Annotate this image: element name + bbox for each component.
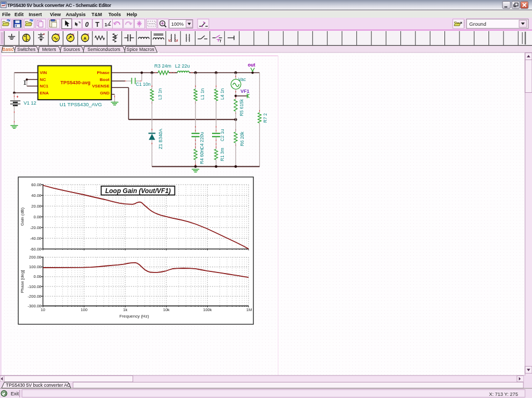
svg-text:1M: 1M xyxy=(246,307,252,312)
svg-text:0.00: 0.00 xyxy=(33,215,41,219)
svg-text:V1 12: V1 12 xyxy=(24,100,37,106)
svg-text:0.00: 0.00 xyxy=(33,274,41,279)
svg-text:VSENSE: VSENSE xyxy=(92,84,110,89)
svg-text:Switches: Switches xyxy=(17,47,35,52)
svg-text:L2 22u: L2 22u xyxy=(175,63,190,69)
svg-text:-20.00: -20.00 xyxy=(30,225,41,230)
svg-text:T: T xyxy=(96,21,100,28)
svg-text:100.00: 100.00 xyxy=(29,264,41,269)
svg-text:Tools: Tools xyxy=(108,12,121,17)
svg-text:A: A xyxy=(84,36,87,41)
svg-text:1k: 1k xyxy=(123,307,127,312)
svg-text:Phase: Phase xyxy=(97,70,110,75)
svg-text:NC1: NC1 xyxy=(40,84,49,89)
svg-text:C1 10n: C1 10n xyxy=(136,82,151,87)
svg-text:20.00: 20.00 xyxy=(31,204,41,209)
svg-text:VF1: VF1 xyxy=(241,89,250,94)
svg-text:ENA: ENA xyxy=(40,91,49,95)
svg-text:Z1 B340A: Z1 B340A xyxy=(158,129,163,149)
svg-text:R3 24m: R3 24m xyxy=(155,63,172,69)
svg-text:C2 1u: C2 1u xyxy=(220,129,225,142)
svg-text:-60.00: -60.00 xyxy=(30,247,41,252)
svg-text:R1 3m: R1 3m xyxy=(220,148,225,161)
svg-text:VIN: VIN xyxy=(40,70,47,75)
svg-text:NC: NC xyxy=(40,77,46,82)
svg-text:Vac: Vac xyxy=(238,77,246,82)
svg-text:Ground: Ground xyxy=(469,21,486,27)
svg-text:TPS5430-avg: TPS5430-avg xyxy=(60,80,90,85)
svg-text:Gain (dB): Gain (dB) xyxy=(20,208,25,226)
svg-text:Insert: Insert xyxy=(29,12,42,17)
svg-text:R7 2: R7 2 xyxy=(263,113,268,123)
svg-text:U1 TPS5430_AVG: U1 TPS5430_AVG xyxy=(60,101,102,107)
svg-text:40.00: 40.00 xyxy=(31,193,41,198)
svg-text:10k: 10k xyxy=(163,307,170,312)
svg-text:TPS5430 5V buck converter AC -: TPS5430 5V buck converter AC - Schematic… xyxy=(8,3,112,8)
svg-text:1: 1 xyxy=(105,22,107,27)
svg-text:Phase [deg]: Phase [deg] xyxy=(20,270,25,293)
svg-text:L3 1n: L3 1n xyxy=(157,88,163,100)
svg-text:T&M: T&M xyxy=(92,12,103,17)
svg-text:Loop Gain (Vout/VF1): Loop Gain (Vout/VF1) xyxy=(105,187,171,195)
svg-text:60.00: 60.00 xyxy=(31,182,41,187)
svg-text:R4 60m: R4 60m xyxy=(199,148,205,164)
svg-text:X: 713 Y: 275: X: 713 Y: 275 xyxy=(489,392,518,397)
svg-text:-40.00: -40.00 xyxy=(30,236,41,241)
svg-text:100k: 100k xyxy=(203,307,212,312)
svg-text:C4 220u: C4 220u xyxy=(199,132,205,149)
svg-text:out: out xyxy=(248,62,256,68)
svg-text:Analysis: Analysis xyxy=(66,12,86,17)
svg-text:View: View xyxy=(50,12,61,17)
svg-text:R6 20k: R6 20k xyxy=(239,131,245,146)
svg-text:TPS5430 5V buck converter AC: TPS5430 5V buck converter AC xyxy=(6,382,70,388)
svg-text:0: 0 xyxy=(85,21,89,28)
svg-text:File: File xyxy=(2,12,11,17)
svg-text:Edit: Edit xyxy=(14,12,24,17)
svg-text:Spice Macros: Spice Macros xyxy=(127,47,155,52)
svg-text:-200.00: -200.00 xyxy=(28,294,41,299)
svg-text:100: 100 xyxy=(81,307,88,312)
svg-text:Help: Help xyxy=(127,12,137,17)
svg-text:T: T xyxy=(220,39,222,43)
svg-text:L1 1n: L1 1n xyxy=(200,88,205,100)
svg-text:Exit: Exit xyxy=(11,391,19,396)
svg-text:100%: 100% xyxy=(171,21,184,27)
svg-text:L4 1n: L4 1n xyxy=(220,88,225,100)
svg-text:GND: GND xyxy=(100,91,110,95)
svg-text:Sources: Sources xyxy=(63,47,80,52)
svg-text:-300.00: -300.00 xyxy=(28,304,41,308)
svg-text:10: 10 xyxy=(41,307,45,312)
svg-text:200.00: 200.00 xyxy=(29,255,41,260)
svg-text:-100.00: -100.00 xyxy=(28,284,41,289)
svg-text:R5 615k: R5 615k xyxy=(239,99,244,116)
svg-text:Basic: Basic xyxy=(3,47,14,52)
svg-text:Semiconductors: Semiconductors xyxy=(88,47,120,52)
svg-text:Meters: Meters xyxy=(42,47,56,52)
svg-text:Boot: Boot xyxy=(100,77,110,82)
svg-text:Frequency (Hz): Frequency (Hz) xyxy=(119,314,149,319)
